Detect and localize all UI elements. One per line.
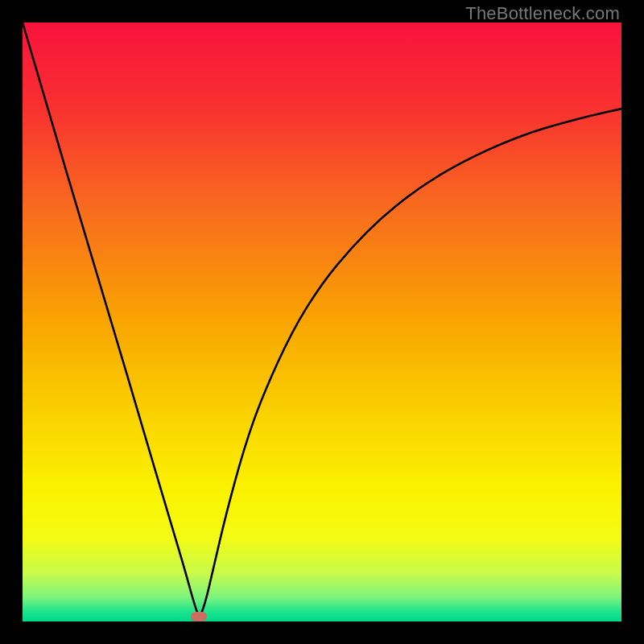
- plot-area: [23, 23, 621, 621]
- chart-container: TheBottleneck.com: [0, 0, 644, 644]
- watermark-label: TheBottleneck.com: [465, 3, 620, 24]
- bottleneck-curve: [23, 23, 621, 621]
- optimal-point-marker: [191, 612, 207, 621]
